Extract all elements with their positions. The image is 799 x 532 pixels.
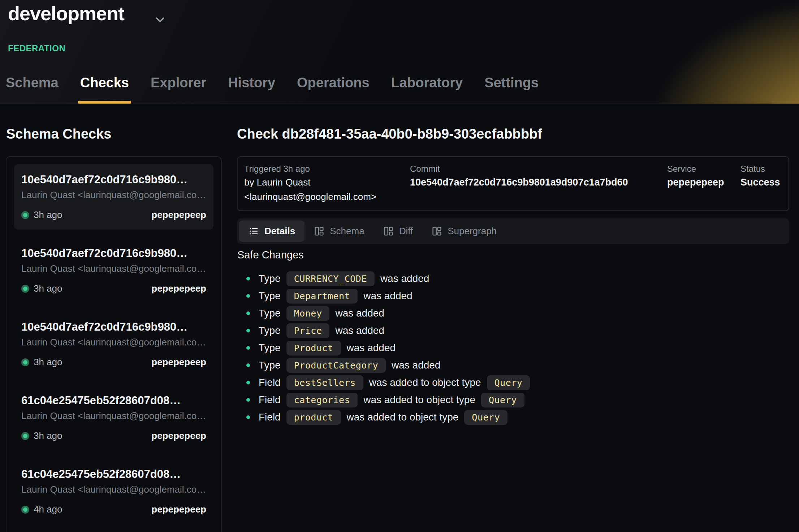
change-code-chip: bestSellers <box>286 375 363 390</box>
change-code-chip: Money <box>286 306 330 321</box>
nav-tab-laboratory[interactable]: Laboratory <box>390 75 463 104</box>
bullet-icon <box>246 415 250 419</box>
page-title: Check db28f481-35aa-40b0-b8b9-303ecfabbb… <box>237 126 542 142</box>
check-meta-box: Triggered 3h ago by Laurin Quast <laurin… <box>237 156 789 211</box>
nav-tab-operations[interactable]: Operations <box>296 75 370 104</box>
change-row: Field bestSellers was added to object ty… <box>237 374 536 391</box>
check-service: pepepepeep <box>151 209 206 221</box>
check-author: Laurin Quast <laurinquast@googlemail.co… <box>21 263 206 274</box>
detail-tab-details[interactable]: Details <box>239 221 305 242</box>
triggered-by: by Laurin Quast <box>244 175 410 189</box>
check-list-item[interactable]: 10e540d7aef72c0d716c9b980… Laurin Quast … <box>14 164 213 230</box>
change-target-chip: Query <box>487 375 530 390</box>
chevron-down-icon[interactable] <box>153 13 167 27</box>
check-service: pepepepeep <box>151 430 206 441</box>
check-service: pepepepeep <box>151 283 206 294</box>
change-row: Type CURRENCY_CODE was added <box>237 270 536 287</box>
check-hash: 61c04e25475eb52f28607d08… <box>21 468 206 481</box>
check-service: pepepepeep <box>151 504 206 515</box>
change-suffix: was added <box>335 325 384 336</box>
status-dot-icon <box>21 506 29 514</box>
nav-tab-label: History <box>228 75 275 90</box>
detail-tab-diff[interactable]: Diff <box>374 221 423 242</box>
bullet-icon <box>246 277 250 280</box>
change-code-chip: ProductCategory <box>286 358 386 373</box>
nav-tab-settings[interactable]: Settings <box>484 75 539 104</box>
check-author: Laurin Quast <laurinquast@googlemail.co… <box>21 189 206 201</box>
bullet-icon <box>246 363 250 367</box>
change-kind: Type <box>259 290 281 302</box>
check-hash: 10e540d7aef72c0d716c9b980… <box>21 320 206 333</box>
triggered-label: Triggered 3h ago <box>244 163 410 175</box>
check-time: 3h ago <box>34 357 62 368</box>
status-dot-icon <box>21 285 29 293</box>
list-icon <box>249 226 259 236</box>
bullet-icon <box>246 329 250 332</box>
nav-tab-label: Laboratory <box>391 75 463 90</box>
check-author: Laurin Quast <laurinquast@googlemail.co… <box>21 337 206 348</box>
check-list: 10e540d7aef72c0d716c9b980… Laurin Quast … <box>6 156 222 532</box>
check-meta-row: 3h ago pepepepeep <box>21 357 206 368</box>
nav-tab-history[interactable]: History <box>227 75 276 104</box>
nav-tab-label: Explorer <box>151 75 206 90</box>
check-list-item[interactable]: 61c04e25475eb52f28607d08… Laurin Quast <… <box>14 385 213 450</box>
change-kind: Field <box>259 394 281 406</box>
change-code-chip: Product <box>286 341 341 356</box>
bullet-icon <box>246 398 250 402</box>
detail-tab-schema[interactable]: Schema <box>305 221 373 242</box>
detail-tab-label: Supergraph <box>448 226 497 237</box>
status-dot-icon <box>21 432 29 440</box>
change-row: Field categories was added to object typ… <box>237 391 536 409</box>
detail-tab-label: Details <box>264 226 295 237</box>
check-time: 3h ago <box>34 283 62 294</box>
check-hash: 10e540d7aef72c0d716c9b980… <box>21 247 206 260</box>
change-suffix: was added <box>363 290 412 302</box>
safe-changes-list: Type CURRENCY_CODE was added Type Depart… <box>237 270 536 426</box>
change-row: Type Product was added <box>237 339 536 357</box>
status-label: Status <box>740 163 789 175</box>
triggered-email: <laurinquast@googlemail.com> <box>244 189 410 204</box>
check-hash: 10e540d7aef72c0d716c9b980… <box>21 173 206 186</box>
detail-tab-supergraph[interactable]: Supergraph <box>422 221 506 242</box>
change-suffix: was added to object type <box>369 377 481 388</box>
bullet-icon <box>246 311 250 315</box>
change-code-chip: CURRENCY_CODE <box>286 271 375 286</box>
panels-icon <box>314 226 324 236</box>
check-hash: 61c04e25475eb52f28607d08… <box>21 394 206 407</box>
status-dot-icon <box>21 211 29 219</box>
change-target-chip: Query <box>464 410 508 425</box>
meta-service: Service pepepepeep <box>667 163 740 210</box>
project-badge: FEDERATION <box>8 43 65 53</box>
nav-tab-label: Settings <box>484 75 539 90</box>
check-time: 3h ago <box>34 430 62 441</box>
check-list-item[interactable]: 61c04e25475eb52f28607d08… Laurin Quast <… <box>14 459 213 524</box>
main-nav: Schema Checks Explorer History Operation… <box>5 75 539 104</box>
sidebar-title: Schema Checks <box>6 126 112 142</box>
bullet-icon <box>246 294 250 298</box>
check-list-item[interactable]: 10e540d7aef72c0d716c9b980… Laurin Quast … <box>14 238 213 303</box>
nav-tab-checks[interactable]: Checks <box>79 75 130 104</box>
check-meta-row: 4h ago pepepepeep <box>21 504 206 515</box>
check-meta-row: 3h ago pepepepeep <box>21 283 206 294</box>
detail-tab-label: Schema <box>330 226 364 237</box>
change-row: Type Money was added <box>237 305 536 322</box>
nav-tab-explorer[interactable]: Explorer <box>150 75 207 104</box>
change-kind: Field <box>259 377 281 388</box>
check-meta-row: 3h ago pepepepeep <box>21 209 206 221</box>
change-target-chip: Query <box>481 393 524 407</box>
change-kind: Type <box>259 273 281 284</box>
nav-tab-schema[interactable]: Schema <box>5 75 59 104</box>
project-title: development <box>8 2 124 25</box>
check-service: pepepepeep <box>151 357 206 368</box>
check-author: Laurin Quast <laurinquast@googlemail.co… <box>21 484 206 495</box>
commit-hash: 10e540d7aef72c0d716c9b9801a9d907c1a7bd60 <box>410 175 667 189</box>
change-suffix: was added <box>335 308 384 319</box>
change-row: Type Price was added <box>237 322 536 339</box>
change-row: Field product was added to object type Q… <box>237 409 536 426</box>
check-list-item[interactable]: 10e540d7aef72c0d716c9b980… Laurin Quast … <box>14 311 213 377</box>
panels-icon <box>383 226 394 236</box>
check-author: Laurin Quast <laurinquast@googlemail.co… <box>21 410 206 422</box>
change-kind: Type <box>259 359 281 371</box>
meta-triggered: Triggered 3h ago by Laurin Quast <laurin… <box>244 163 410 210</box>
change-suffix: was added <box>347 342 396 354</box>
